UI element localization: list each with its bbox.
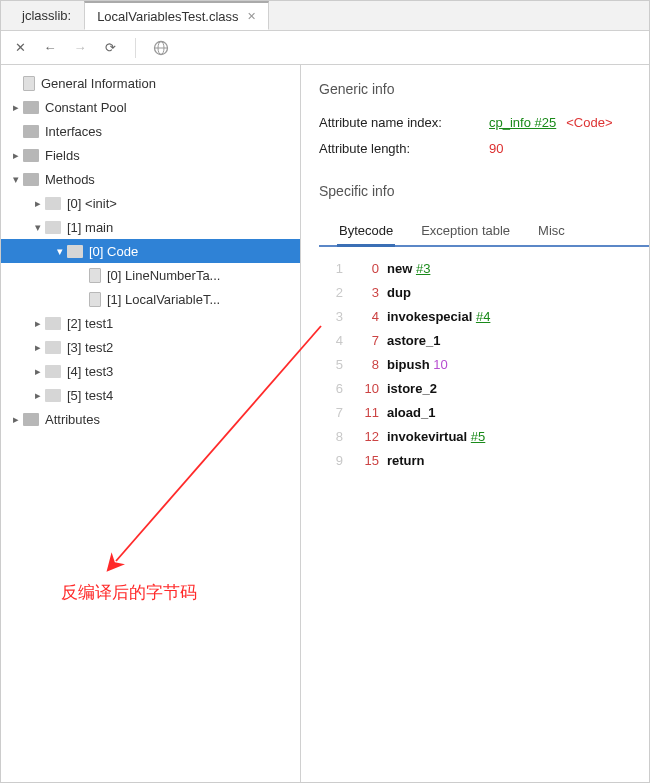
folder-icon [23,173,39,186]
bytecode-row: 34invokespecial #4 [325,305,649,329]
opcode: astore_1 [387,329,440,353]
folder-icon [45,365,61,378]
twisty-icon[interactable]: ▸ [31,317,45,330]
tab-file[interactable]: LocalVariablesTest.class✕ [84,1,268,30]
folder-icon [45,221,61,234]
close-icon[interactable]: ✕ [11,39,29,57]
refresh-icon[interactable]: ⟳ [101,39,119,57]
opcode: bipush [387,353,430,377]
tab-app[interactable]: jclasslib: [9,1,84,30]
attr-name-label: Attribute name index: [319,115,489,130]
tree-item-label: [0] <init> [67,196,117,211]
tab-bytecode[interactable]: Bytecode [337,217,395,247]
tree-item-label: Methods [45,172,95,187]
back-icon[interactable]: ← [41,39,59,57]
tree-item-label: [1] main [67,220,113,235]
line-number: 6 [325,377,343,401]
line-number: 2 [325,281,343,305]
twisty-icon[interactable]: ▸ [31,365,45,378]
forward-icon: → [71,39,89,57]
tree-item-label: Interfaces [45,124,102,139]
tree-item-label: [4] test3 [67,364,113,379]
line-number: 5 [325,353,343,377]
tree-item-label: [0] LineNumberTa... [107,268,220,283]
tree-item[interactable]: General Information [1,71,300,95]
opcode: new [387,257,412,281]
opcode: invokespecial [387,305,472,329]
bytecode-row: 915return [325,449,649,473]
tree-item[interactable]: ▸[4] test3 [1,359,300,383]
tree-item-label: General Information [41,76,156,91]
globe-icon[interactable] [152,39,170,57]
tree-item[interactable]: [1] LocalVariableT... [1,287,300,311]
file-icon [23,76,35,91]
tree-item[interactable]: ▸[0] <init> [1,191,300,215]
twisty-icon[interactable]: ▾ [31,221,45,234]
bytecode-row: 711aload_1 [325,401,649,425]
pc-offset: 3 [355,281,379,305]
line-number: 9 [325,449,343,473]
toolbar: ✕ ← → ⟳ [1,31,649,65]
detail-tabs: Bytecode Exception table Misc [319,217,649,247]
bytecode-listing: 10new #3 23dup34invokespecial #4 47astor… [319,247,649,473]
close-icon[interactable]: ✕ [247,10,256,23]
pc-offset: 11 [355,401,379,425]
detail-panel: Generic info Attribute name index: cp_in… [301,65,649,783]
separator [135,38,136,58]
opcode: dup [387,281,411,305]
file-icon [89,268,101,283]
tree-sidebar: General Information▸Constant PoolInterfa… [1,65,301,783]
cp-ref-link[interactable]: #5 [471,425,485,449]
folder-icon [23,413,39,426]
twisty-icon[interactable]: ▾ [53,245,67,258]
twisty-icon[interactable]: ▸ [9,149,23,162]
tab-exception-table[interactable]: Exception table [419,217,512,247]
bytecode-row: 610istore_2 [325,377,649,401]
annotation-text: 反编译后的字节码 [61,581,197,604]
bytecode-row: 58bipush 10 [325,353,649,377]
folder-icon [45,197,61,210]
file-icon [89,292,101,307]
twisty-icon[interactable]: ▸ [31,341,45,354]
tree-item-label: [2] test1 [67,316,113,331]
tree-item[interactable]: Interfaces [1,119,300,143]
tree-item[interactable]: [0] LineNumberTa... [1,263,300,287]
bytecode-row: 47astore_1 [325,329,649,353]
line-number: 8 [325,425,343,449]
twisty-icon[interactable]: ▸ [9,413,23,426]
tree-item[interactable]: ▸[3] test2 [1,335,300,359]
cp-ref-link[interactable]: #4 [476,305,490,329]
folder-icon [23,101,39,114]
specific-info-title: Specific info [319,183,649,199]
tree-item[interactable]: ▸Fields [1,143,300,167]
tree-item[interactable]: ▸Constant Pool [1,95,300,119]
tree-item[interactable]: ▾[0] Code [1,239,300,263]
tab-misc[interactable]: Misc [536,217,567,247]
line-number: 3 [325,305,343,329]
opcode: return [387,449,425,473]
pc-offset: 4 [355,305,379,329]
twisty-icon[interactable]: ▸ [9,101,23,114]
pc-offset: 10 [355,377,379,401]
twisty-icon[interactable]: ▸ [31,389,45,402]
tree-item[interactable]: ▸[5] test4 [1,383,300,407]
bytecode-row: 23dup [325,281,649,305]
tree-item[interactable]: ▾[1] main [1,215,300,239]
twisty-icon[interactable]: ▾ [9,173,23,186]
tree-item-label: [1] LocalVariableT... [107,292,220,307]
twisty-icon[interactable]: ▸ [31,197,45,210]
cp-ref-link[interactable]: #3 [416,257,430,281]
tree-item[interactable]: ▸Attributes [1,407,300,431]
tree-item[interactable]: ▸[2] test1 [1,311,300,335]
tree-item-label: Attributes [45,412,100,427]
pc-offset: 8 [355,353,379,377]
attr-name-row: Attribute name index: cp_info #25 <Code> [319,109,649,135]
folder-icon [23,125,39,138]
attr-length-label: Attribute length: [319,141,489,156]
folder-icon [23,149,39,162]
tree-item[interactable]: ▾Methods [1,167,300,191]
attr-length-row: Attribute length: 90 [319,135,649,161]
tree-item-label: Fields [45,148,80,163]
attr-name-link[interactable]: cp_info #25 [489,115,556,130]
tree-item-label: [5] test4 [67,388,113,403]
